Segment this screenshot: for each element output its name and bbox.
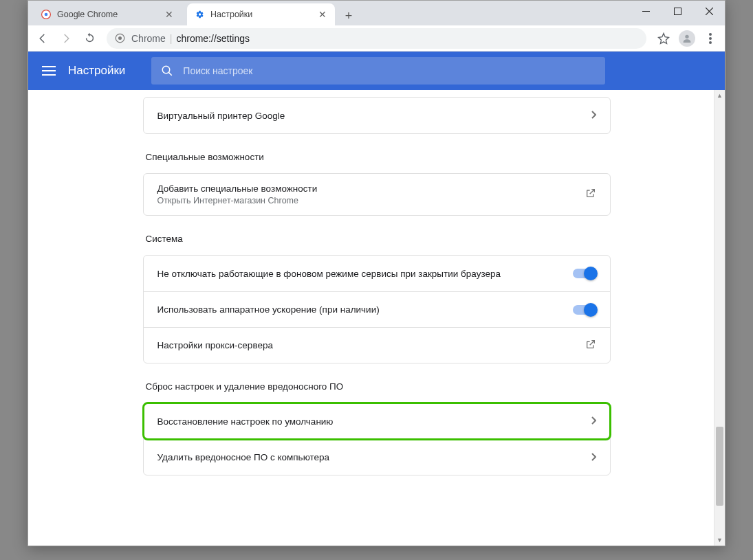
close-icon[interactable]: ✕ bbox=[164, 9, 175, 20]
vertical-scrollbar[interactable]: ▲ ▼ bbox=[714, 90, 725, 546]
tab-title: Google Chrome bbox=[57, 10, 164, 19]
svg-point-9 bbox=[709, 33, 712, 36]
svg-point-8 bbox=[685, 34, 688, 38]
card-printer: Виртуальный принтер Google bbox=[143, 97, 611, 134]
row-google-cloud-print[interactable]: Виртуальный принтер Google bbox=[144, 98, 610, 133]
svg-point-12 bbox=[163, 66, 171, 74]
reload-button[interactable] bbox=[79, 28, 100, 49]
menu-button[interactable] bbox=[700, 28, 721, 49]
scroll-down-icon[interactable]: ▼ bbox=[714, 535, 725, 546]
chrome-favicon bbox=[41, 9, 52, 20]
svg-point-7 bbox=[118, 36, 122, 40]
bookmark-star-icon[interactable] bbox=[653, 28, 674, 49]
external-link-icon bbox=[585, 339, 596, 352]
menu-icon[interactable] bbox=[42, 63, 56, 78]
card-system: Не отключать работающие в фоновом режиме… bbox=[143, 255, 611, 363]
settings-content: Виртуальный принтер Google Специальные в… bbox=[28, 90, 725, 546]
chevron-right-icon bbox=[591, 415, 596, 427]
minimize-button[interactable] bbox=[630, 1, 662, 21]
svg-point-1 bbox=[45, 13, 48, 16]
card-reset: Восстановление настроек по умолчанию Уда… bbox=[143, 403, 611, 475]
row-background-apps[interactable]: Не отключать работающие в фоновом режиме… bbox=[144, 256, 610, 291]
section-accessibility-title: Специальные возможности bbox=[146, 152, 611, 162]
svg-point-10 bbox=[709, 37, 712, 40]
tab-google-chrome[interactable]: Google Chrome ✕ bbox=[34, 3, 182, 25]
toggle-hardware-accel[interactable] bbox=[573, 305, 596, 315]
chrome-icon bbox=[115, 33, 126, 44]
settings-search[interactable] bbox=[151, 57, 605, 85]
svg-line-13 bbox=[169, 73, 172, 76]
search-input[interactable] bbox=[183, 65, 596, 76]
card-accessibility: Добавить специальные возможности Открыть… bbox=[143, 173, 611, 216]
toggle-background-apps[interactable] bbox=[573, 269, 596, 278]
scroll-thumb[interactable] bbox=[716, 427, 723, 506]
close-window-button[interactable] bbox=[693, 1, 725, 21]
section-reset-title: Сброс настроек и удаление вредоносного П… bbox=[146, 381, 611, 392]
url-path: chrome://settings bbox=[176, 33, 250, 44]
url-host: Chrome bbox=[131, 33, 166, 44]
gear-favicon bbox=[194, 9, 205, 20]
row-cleanup-computer[interactable]: Удалить вредоносное ПО с компьютера bbox=[144, 439, 610, 475]
row-hardware-accel[interactable]: Использовать аппаратное ускорение (при н… bbox=[144, 291, 610, 327]
tab-strip: Google Chrome ✕ Настройки ✕ + bbox=[28, 1, 725, 25]
tab-settings[interactable]: Настройки ✕ bbox=[187, 3, 335, 25]
chevron-right-icon bbox=[591, 451, 596, 464]
profile-avatar[interactable] bbox=[677, 28, 697, 49]
svg-point-11 bbox=[709, 41, 712, 44]
window-controls bbox=[630, 1, 725, 21]
external-link-icon bbox=[585, 188, 596, 201]
new-tab-button[interactable]: + bbox=[339, 6, 358, 25]
chevron-right-icon bbox=[591, 109, 596, 122]
forward-button[interactable] bbox=[56, 28, 76, 49]
tab-title: Настройки bbox=[210, 10, 317, 19]
close-icon[interactable]: ✕ bbox=[317, 9, 328, 20]
scroll-up-icon[interactable]: ▲ bbox=[714, 90, 725, 101]
browser-toolbar: Chrome | chrome://settings bbox=[28, 25, 725, 52]
row-proxy-settings[interactable]: Настройки прокси-сервера bbox=[144, 327, 610, 363]
section-system-title: Система bbox=[146, 234, 611, 244]
address-bar[interactable]: Chrome | chrome://settings bbox=[107, 28, 646, 49]
search-icon bbox=[161, 65, 173, 77]
maximize-button[interactable] bbox=[662, 1, 693, 21]
settings-header: Настройки bbox=[28, 52, 725, 90]
back-button[interactable] bbox=[32, 28, 53, 49]
row-add-accessibility[interactable]: Добавить специальные возможности Открыть… bbox=[144, 174, 610, 215]
browser-window: Google Chrome ✕ Настройки ✕ + bbox=[28, 0, 725, 546]
page-title: Настройки bbox=[68, 64, 125, 78]
row-restore-defaults[interactable]: Восстановление настроек по умолчанию bbox=[144, 403, 610, 439]
svg-rect-3 bbox=[674, 8, 681, 14]
